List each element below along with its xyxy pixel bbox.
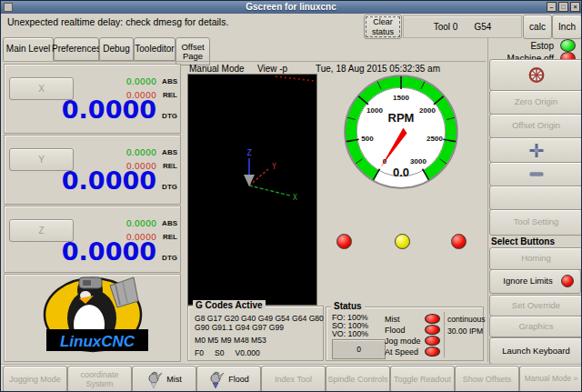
z-axis-label: Z: [246, 148, 252, 157]
gcode-system: G54: [474, 22, 491, 32]
blank-button[interactable]: [489, 186, 582, 210]
status-message: Unexpected realtime delay: check dmesg f…: [7, 16, 228, 27]
set-override-button[interactable]: Set Override: [489, 295, 582, 317]
svg-text:2000: 2000: [419, 106, 436, 115]
logo-frame: LinuxCNC: [4, 274, 181, 362]
notebook-border: [3, 61, 486, 62]
units-button[interactable]: Inch: [552, 15, 582, 39]
homing-button[interactable]: Homing: [489, 247, 582, 270]
rel-label: REL: [163, 91, 177, 99]
flood-status-label: Flood: [385, 326, 406, 335]
bottom-divider: [1, 364, 581, 365]
show-offsets-button[interactable]: Show Offsets: [455, 366, 519, 392]
jog-rate-value: 30.00 IPM: [447, 327, 483, 336]
axis-z-dtg-value: 0.0000: [62, 239, 156, 264]
mist-oilcan-icon: [146, 371, 163, 388]
flood-led: [425, 325, 440, 335]
rel-label: REL: [163, 162, 177, 170]
velocity-word: V0.000: [236, 348, 260, 357]
flood-button-label: Flood: [228, 375, 249, 384]
gremlin-preview[interactable]: Z Y X: [187, 74, 317, 306]
spindle-controls-button[interactable]: Spindle Controls: [326, 366, 390, 392]
axis-y-frame: Y 0.0000 ABS 0.0000 REL 0.0000 DTG: [4, 135, 181, 205]
clear-status-button[interactable]: Clear status: [364, 15, 402, 39]
sidebar-divider: [487, 37, 488, 362]
jogging-mode-button[interactable]: Jogging Mode: [3, 366, 67, 392]
feed-word: F0: [195, 348, 204, 357]
mode-label: Manual Mode: [189, 64, 245, 74]
zero-origin-button[interactable]: Zero Origin: [489, 90, 582, 115]
toggle-readout-button[interactable]: Toggle Readout: [390, 366, 455, 392]
y-axis-label: Y: [272, 163, 276, 171]
tool-info-panel: Tool 0 G54: [403, 15, 522, 38]
dtg-label: DTG: [162, 254, 177, 262]
gauge-title: RPM: [388, 111, 415, 125]
speed-word: S0: [215, 348, 225, 357]
estop-led: [560, 39, 576, 52]
move-to-button[interactable]: [489, 137, 582, 163]
zero-dtg-button[interactable]: [489, 162, 582, 186]
dtg-label: DTG: [162, 183, 177, 191]
svg-text:3000: 3000: [410, 157, 426, 166]
logo-caption: LinuxCNC: [60, 333, 135, 350]
mist-status-label: Mist: [385, 315, 400, 324]
mcode-line: M0 M5 M9 M48 M53: [195, 336, 266, 345]
gcode-line: G8 G17 G20 G40 G49 G54 G64 G80: [195, 314, 324, 323]
svg-text:500: 500: [361, 135, 374, 143]
x-axis-label: X: [293, 194, 297, 202]
spindle-fault-led: [336, 234, 352, 249]
mist-led: [425, 314, 440, 324]
tab-debug[interactable]: Debug: [99, 37, 134, 61]
linuxcnc-logo: LinuxCNC: [5, 275, 180, 361]
fsv-line: F0 S0 V0.000: [195, 348, 260, 357]
minimize-icon[interactable]: –: [547, 2, 557, 12]
close-icon[interactable]: ×: [570, 2, 580, 12]
axis-y-dtg-value: 0.0000: [62, 168, 156, 193]
rel-label: REL: [163, 233, 177, 241]
tab-preferences[interactable]: Preferences: [54, 37, 99, 61]
tool-cone-icon: [244, 175, 255, 186]
status-frame: Status FO: 100% SO: 100% VO: 100% 0 Mist…: [326, 307, 484, 361]
calc-button[interactable]: calc: [523, 15, 552, 39]
dtg-label: DTG: [162, 112, 177, 120]
axis-z-frame: Z 0.0000 ABS 0.0000 REL 0.0000 DTG: [4, 206, 181, 273]
preview-axes: Z Y X: [188, 75, 316, 305]
cross-move-icon: [528, 142, 545, 159]
flood-button[interactable]: Flood: [196, 366, 261, 392]
tab-main-level[interactable]: Main Level: [3, 37, 54, 61]
abs-label: ABS: [162, 77, 177, 85]
axis-x-frame: X 0.0000 ABS 0.0000 REL 0.0000 DTG: [4, 64, 181, 134]
select-buttons-label: Select Buttons: [491, 236, 555, 246]
velocity-override: VO: 100%: [332, 329, 368, 338]
mist-button[interactable]: Mist: [132, 366, 196, 392]
view-label: View -p: [257, 64, 287, 74]
lifebuoy-icon: [528, 66, 545, 84]
at-speed-label: At Speed: [385, 347, 418, 357]
status-divider: [444, 312, 445, 357]
override-spinbox[interactable]: 0: [332, 339, 386, 359]
mist-button-label: Mist: [166, 375, 182, 384]
manual-mode-button[interactable]: Manual Mode »: [519, 366, 582, 392]
svg-text:1500: 1500: [393, 94, 409, 102]
tool-setting-button[interactable]: Tool Setting: [489, 209, 582, 236]
coordinate-system-button[interactable]: coordinate System: [67, 366, 132, 392]
titlebar[interactable]: Gscreen for linuxcnc – □ ×: [1, 1, 581, 14]
graphics-button[interactable]: Graphics: [489, 316, 582, 337]
abs-label: ABS: [162, 219, 177, 227]
offset-origin-button[interactable]: Offset Origin: [489, 114, 582, 138]
index-tool-button[interactable]: Index Tool: [261, 366, 326, 392]
limit-line: [276, 76, 315, 81]
status-title: Status: [331, 301, 365, 311]
x-axis-line: [249, 186, 290, 196]
flood-oilcan-icon: [208, 371, 225, 388]
abs-label: ABS: [162, 148, 177, 156]
launch-keyboard-button[interactable]: Launch Keyboard: [489, 337, 582, 365]
tool-number: Tool 0: [434, 22, 458, 32]
maximize-icon[interactable]: □: [558, 2, 568, 12]
estop-label: Estop: [481, 41, 554, 51]
tab-tooleditor[interactable]: Tooleditor: [134, 37, 176, 61]
axis-y-abs-value: 0.0000: [126, 147, 156, 157]
gcodes-frame: G Codes Active G8 G17 G20 G40 G49 G54 G6…: [187, 306, 324, 361]
axis-x-abs-value: 0.0000: [126, 76, 156, 86]
home-all-button[interactable]: [489, 59, 582, 91]
